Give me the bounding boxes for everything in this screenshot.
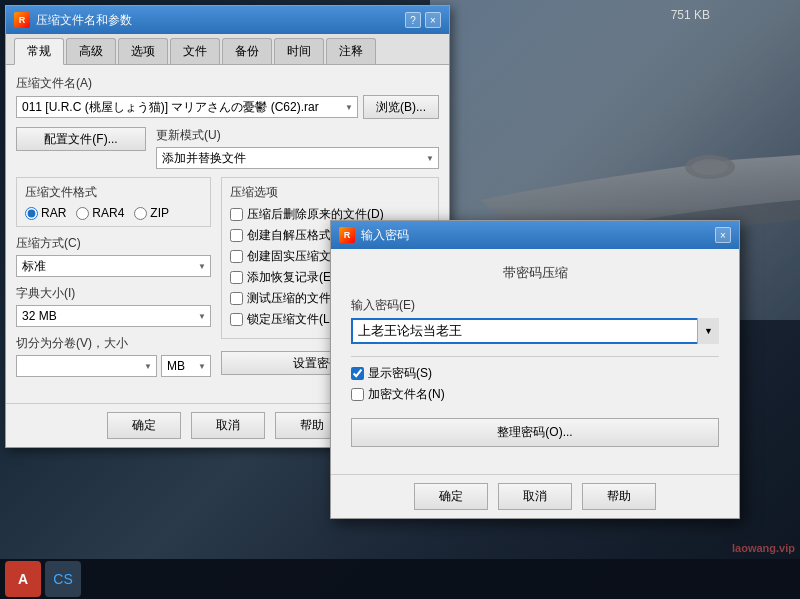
tab-advanced[interactable]: 高级 <box>66 38 116 64</box>
password-heading: 带密码压缩 <box>351 264 719 282</box>
password-dialog-title: 输入密码 <box>361 227 409 244</box>
tab-time[interactable]: 时间 <box>274 38 324 64</box>
format-rar-radio[interactable] <box>25 207 38 220</box>
format-radio-row: RAR RAR4 ZIP <box>25 206 202 220</box>
config-btn-wrap: 配置文件(F)... <box>16 127 146 169</box>
browse-row: 011 [U.R.C (桃屋しょう猫)] マリアさんの憂鬱 (C62).rar … <box>16 95 439 119</box>
organize-password-button[interactable]: 整理密码(O)... <box>351 418 719 447</box>
password-help-button[interactable]: 帮助 <box>582 483 656 510</box>
password-input-label: 输入密码(E) <box>351 297 719 314</box>
tab-comment[interactable]: 注释 <box>326 38 376 64</box>
password-app-icon: R <box>339 227 355 243</box>
option-test-cb[interactable] <box>230 292 243 305</box>
option-recovery-cb[interactable] <box>230 271 243 284</box>
update-mode-wrap: 更新模式(U) 添加并替换文件 <box>156 127 439 169</box>
compress-method-label: 压缩方式(C) <box>16 235 211 252</box>
format-zip-radio[interactable] <box>134 207 147 220</box>
password-dialog: R 输入密码 × 带密码压缩 输入密码(E) ▼ 显示密码(S) 加密文件名(N… <box>330 220 740 519</box>
split-value-wrap <box>16 355 157 377</box>
format-zip-option[interactable]: ZIP <box>134 206 169 220</box>
update-mode-select-wrap: 添加并替换文件 <box>156 147 439 169</box>
left-col: 压缩文件格式 RAR RAR4 ZIP <box>16 177 211 385</box>
option-delete-original-cb[interactable] <box>230 208 243 221</box>
split-row: 切分为分卷(V)，大小 MB <box>16 335 211 377</box>
compress-titlebar-left: R 压缩文件名和参数 <box>14 12 132 29</box>
password-input-wrap: ▼ <box>351 318 719 344</box>
svg-point-2 <box>692 159 728 175</box>
format-rar-option[interactable]: RAR <box>25 206 66 220</box>
format-rar4-radio[interactable] <box>76 207 89 220</box>
update-mode-select[interactable]: 添加并替换文件 <box>156 147 439 169</box>
compress-close-btn[interactable]: × <box>425 12 441 28</box>
password-close-btn[interactable]: × <box>715 227 731 243</box>
dict-size-label: 字典大小(I) <box>16 285 211 302</box>
tab-backup[interactable]: 备份 <box>222 38 272 64</box>
split-unit-wrap: MB <box>161 355 211 377</box>
compress-ok-button[interactable]: 确定 <box>107 412 181 439</box>
split-label: 切分为分卷(V)，大小 <box>16 335 211 352</box>
compress-tabs: 常规 高级 选项 文件 备份 时间 注释 <box>6 34 449 65</box>
format-rar-label: RAR <box>41 206 66 220</box>
password-title-controls: × <box>715 227 731 243</box>
password-titlebar-left: R 输入密码 <box>339 227 409 244</box>
password-cancel-button[interactable]: 取消 <box>498 483 572 510</box>
tab-files[interactable]: 文件 <box>170 38 220 64</box>
dict-size-select-wrap: 32 MB <box>16 305 211 327</box>
password-dialog-titlebar: R 输入密码 × <box>331 221 739 249</box>
password-dialog-footer: 确定 取消 帮助 <box>331 474 739 518</box>
show-password-option[interactable]: 显示密码(S) <box>351 365 719 382</box>
option-lock-cb[interactable] <box>230 313 243 326</box>
compress-dialog-title: 压缩文件名和参数 <box>36 12 132 29</box>
compress-method-row: 压缩方式(C) 标准 <box>16 235 211 277</box>
filename-input-wrap: 011 [U.R.C (桃屋しょう猫)] マリアさんの憂鬱 (C62).rar <box>16 96 358 118</box>
show-password-label: 显示密码(S) <box>368 365 432 382</box>
update-mode-label: 更新模式(U) <box>156 127 439 144</box>
dict-size-select[interactable]: 32 MB <box>16 305 211 327</box>
format-rar4-label: RAR4 <box>92 206 124 220</box>
filename-row: 压缩文件名(A) 011 [U.R.C (桃屋しょう猫)] マリアさんの憂鬱 (… <box>16 75 439 119</box>
tab-general[interactable]: 常规 <box>14 38 64 65</box>
browse-button[interactable]: 浏览(B)... <box>363 95 439 119</box>
watermark: laowang.vip <box>732 542 795 554</box>
file-size-badge: 751 KB <box>671 8 710 22</box>
taskbar-icon-game[interactable]: CS <box>45 561 81 597</box>
compress-dialog-titlebar: R 压缩文件名和参数 ? × <box>6 6 449 34</box>
tab-options[interactable]: 选项 <box>118 38 168 64</box>
compress-app-icon: R <box>14 12 30 28</box>
split-controls: MB <box>16 355 211 377</box>
split-unit-select[interactable]: MB <box>161 355 211 377</box>
filename-label: 压缩文件名(A) <box>16 75 439 92</box>
taskbar: A CS <box>0 559 800 599</box>
password-dialog-content: 带密码压缩 输入密码(E) ▼ 显示密码(S) 加密文件名(N) 整理密码(O)… <box>331 249 739 474</box>
show-password-checkbox[interactable] <box>351 367 364 380</box>
encrypt-filenames-checkbox[interactable] <box>351 388 364 401</box>
compress-help-btn[interactable]: ? <box>405 12 421 28</box>
password-ok-button[interactable]: 确定 <box>414 483 488 510</box>
update-mode-row: 配置文件(F)... 更新模式(U) 添加并替换文件 <box>16 127 439 169</box>
config-file-button[interactable]: 配置文件(F)... <box>16 127 146 151</box>
format-label: 压缩文件格式 <box>25 184 202 201</box>
compress-options-label: 压缩选项 <box>230 184 430 201</box>
password-divider <box>351 356 719 357</box>
option-solid-cb[interactable] <box>230 250 243 263</box>
password-dropdown-btn[interactable]: ▼ <box>697 318 719 344</box>
compress-method-select-wrap: 标准 <box>16 255 211 277</box>
option-self-extract-cb[interactable] <box>230 229 243 242</box>
compress-title-controls: ? × <box>405 12 441 28</box>
dict-size-row: 字典大小(I) 32 MB <box>16 285 211 327</box>
filename-input[interactable]: 011 [U.R.C (桃屋しょう猫)] マリアさんの憂鬱 (C62).rar <box>16 96 358 118</box>
format-group: 压缩文件格式 RAR RAR4 ZIP <box>16 177 211 227</box>
split-value-select[interactable] <box>16 355 157 377</box>
taskbar-icon-red[interactable]: A <box>5 561 41 597</box>
encrypt-filenames-label: 加密文件名(N) <box>368 386 445 403</box>
compress-method-select[interactable]: 标准 <box>16 255 211 277</box>
format-zip-label: ZIP <box>150 206 169 220</box>
format-rar4-option[interactable]: RAR4 <box>76 206 124 220</box>
compress-cancel-button[interactable]: 取消 <box>191 412 265 439</box>
encrypt-filenames-option[interactable]: 加密文件名(N) <box>351 386 719 403</box>
password-input[interactable] <box>351 318 719 344</box>
password-checkboxes: 显示密码(S) 加密文件名(N) <box>351 365 719 403</box>
